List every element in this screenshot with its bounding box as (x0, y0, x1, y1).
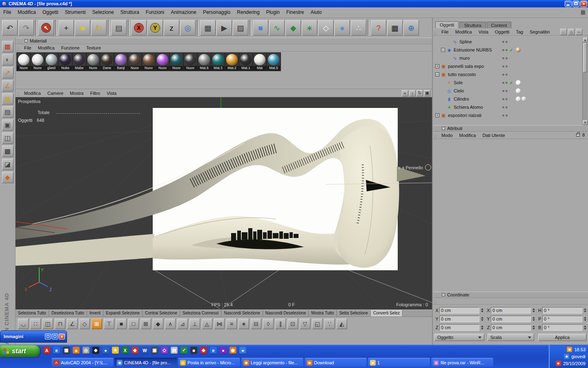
tree-item-estrusione-nurbs[interactable]: −◆Estrusione NURBS✓ (433, 46, 582, 54)
quicklaunch-icon[interactable]: X (122, 347, 129, 354)
bottom-tool-16-button[interactable]: ◬ (202, 319, 212, 329)
bottom-tool-17-button[interactable]: ⋈ (214, 319, 225, 329)
material-item[interactable]: Nuov (156, 53, 169, 71)
tree-item-schiera-atomo[interactable]: ∗Schiera Atomo (433, 103, 582, 111)
tab-oggetti[interactable]: Oggetti (435, 21, 459, 28)
quicklaunch-icon[interactable]: ● (102, 347, 109, 354)
menubar-item-modifica[interactable]: Modifica (14, 7, 39, 18)
material-manager-button[interactable]: ▦ (2, 41, 13, 52)
bottom-tool-6-button[interactable]: ◇ (79, 319, 90, 329)
viewport-menu-modifica[interactable]: Modifica (21, 91, 44, 96)
selection-converti-selez[interactable]: Converti Selez (371, 310, 403, 316)
animation-film-button[interactable]: ▤ (111, 20, 127, 36)
visibility-dots[interactable] (502, 106, 508, 108)
taskbar-window-posta-in-arrivo-micro[interactable]: ▤Posta in arrivo - Micro... (178, 358, 240, 367)
bottom-tool-23-button[interactable]: ⊡ (287, 319, 298, 329)
viewport-menu-camere[interactable]: Camere (44, 91, 67, 96)
expander-icon[interactable]: − (441, 48, 445, 52)
coordinate-input[interactable]: 0 cm (439, 316, 479, 322)
material-item[interactable]: Mat (253, 53, 267, 71)
bottom-tool-25-button[interactable]: ◱ (312, 319, 323, 329)
material-item[interactable]: Nuov (31, 53, 45, 71)
layer-manager-button[interactable]: ▦ (2, 93, 13, 105)
menubar-item-file[interactable]: File (0, 7, 14, 18)
menubar-item-animazione[interactable]: Animazione (167, 7, 200, 18)
immagini-window-titlebar[interactable]: Immagini × (0, 330, 67, 343)
coordinate-input[interactable]: 0 cm (491, 324, 531, 331)
coordinate-input[interactable]: 0 ° (542, 324, 582, 331)
apply-button[interactable]: Applica (538, 334, 586, 341)
viewport-menu-vista[interactable]: Vista (103, 91, 120, 96)
material-item[interactable]: Mat.3 (211, 53, 225, 71)
panel-grip-icon[interactable] (435, 126, 439, 131)
selection-nascondi-selezione[interactable]: Nascondi Selezione (221, 310, 263, 316)
material-item[interactable]: glas0 (45, 53, 58, 71)
objects-menu-tag[interactable]: Tag (512, 29, 526, 34)
quicklaunch-icon[interactable]: e (53, 347, 60, 354)
expander-icon[interactable]: + (435, 64, 439, 68)
menubar-item-rendering[interactable]: Rendering (234, 7, 263, 18)
tab-content[interactable]: Content (487, 22, 512, 28)
quicklaunch-icon[interactable]: ◆ (200, 347, 207, 354)
menubar-item-oggetti[interactable]: Oggetti (39, 7, 62, 18)
menubar-item-funzioni[interactable]: Funzioni (143, 7, 167, 18)
objects-menu-vista[interactable]: Vista (475, 29, 492, 34)
redo-button[interactable]: ↷ (18, 20, 34, 36)
coordinate-spinner[interactable] (531, 308, 536, 312)
tree-item-cilindro[interactable]: ▮Cilindro (433, 95, 582, 103)
quicklaunch-icon[interactable]: ◇ (161, 347, 168, 354)
panel-grip-icon[interactable] (434, 133, 437, 138)
collapse-icon[interactable]: − (576, 29, 582, 35)
menubar-item-personaggio[interactable]: Personaggio (200, 7, 234, 18)
xpresso-button[interactable]: ▦ (387, 20, 403, 36)
bottom-tool-19-button[interactable]: ∗ (238, 319, 249, 329)
quicklaunch-icon[interactable]: a (73, 347, 80, 354)
live-selection-button[interactable]: ↖ (38, 20, 54, 36)
tray-icon[interactable]: ▣ (567, 347, 572, 352)
tree-item-pannelli-sala-expo[interactable]: +▣pannelli sala expo (433, 62, 582, 70)
selection-setta-selezione[interactable]: Setta Selezione (337, 310, 371, 316)
bottom-tool-24-button[interactable]: ▽ (300, 319, 310, 329)
attributes-menu-modifica[interactable]: Modifica (456, 133, 479, 138)
panel-grip-icon[interactable] (16, 91, 20, 96)
selection-mostra-tutto[interactable]: Mostra Tutto (309, 310, 337, 316)
quicklaunch-icon[interactable]: ▦ (63, 347, 70, 354)
bottom-tool-20-button[interactable]: ⊟ (251, 319, 261, 329)
tree-item-muro[interactable]: ∿muro (433, 54, 582, 62)
bottom-tool-13-button[interactable]: ∧ (165, 319, 176, 329)
taskbar-window-cinema-4d-file-pro[interactable]: ◉CINEMA 4D - [file pro... (115, 358, 177, 367)
render-settings-button[interactable]: ▧ (233, 20, 248, 36)
coord-system-button[interactable]: ◎ (180, 20, 196, 36)
home-icon[interactable]: ⌂ (568, 29, 575, 35)
bottom-tool-5-button[interactable]: ∠ (67, 319, 78, 329)
texture-tag-icon[interactable] (516, 88, 521, 93)
coordinate-spinner[interactable] (480, 317, 484, 321)
scrollbar-thumb[interactable] (583, 43, 587, 72)
material-item[interactable]: Nuov (86, 53, 100, 71)
quicklaunch-icon[interactable]: ▤ (171, 347, 178, 354)
taskbar-window-download[interactable]: ◉Download (305, 358, 367, 367)
quicklaunch-icon[interactable]: W (141, 347, 148, 354)
quicklaunch-icon[interactable]: e (210, 347, 217, 354)
material-item[interactable]: Mat.6 (197, 53, 211, 71)
quicklaunch-icon[interactable]: ◉ (229, 347, 236, 354)
visibility-dots[interactable] (502, 74, 508, 76)
quicklaunch-icon[interactable]: ◆ (92, 347, 99, 354)
bottom-tool-21-button[interactable]: ◊ (263, 319, 274, 329)
pan-view-icon[interactable]: + (402, 90, 408, 96)
selection-deseleziona-tutto[interactable]: Deseleziona Tutto (49, 310, 87, 316)
add-deformer-button[interactable]: ◇ (318, 20, 334, 36)
taskbar-window-autocad-2004-y-l[interactable]: AAutoCAD 2004 - [Y:\L... (51, 358, 114, 367)
minimize-button[interactable] (565, 1, 572, 7)
close-button[interactable]: × (580, 1, 587, 7)
selection-inverti[interactable]: Inverti (87, 310, 103, 316)
panel-checkbox-icon[interactable] (24, 39, 28, 43)
quicklaunch-icon[interactable]: ● (239, 347, 246, 354)
quicklaunch-icon[interactable]: ✓ (180, 347, 187, 354)
visibility-dots[interactable] (502, 49, 508, 51)
link-icon[interactable]: 8 (582, 132, 585, 137)
material-item[interactable]: Nuov (17, 53, 31, 71)
scale-button[interactable]: ■ (75, 20, 90, 36)
panel-grip-icon[interactable] (434, 29, 437, 34)
menubar-item-plugin[interactable]: Plugin (263, 7, 283, 18)
